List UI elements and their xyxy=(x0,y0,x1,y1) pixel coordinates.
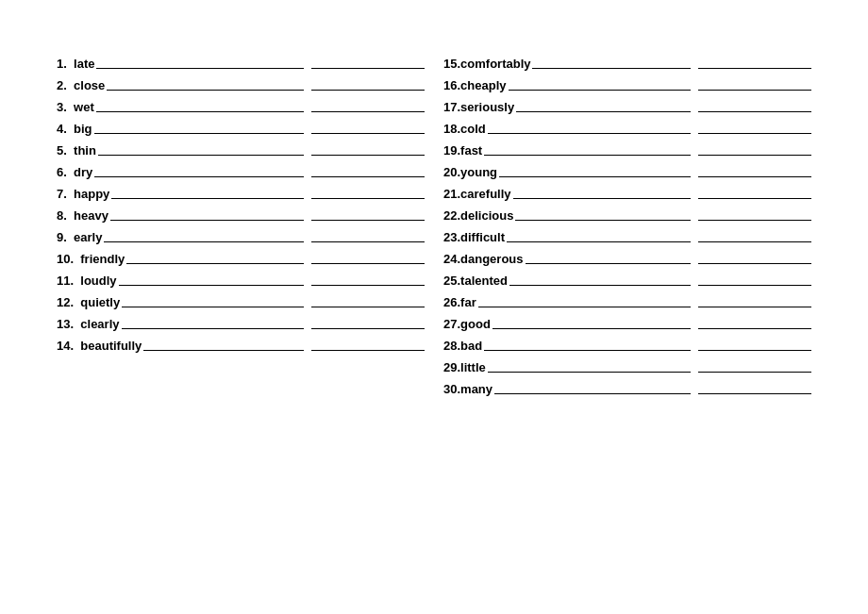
item-label: 11. loudly xyxy=(57,274,117,288)
list-item: 24.dangerous xyxy=(443,252,811,266)
answer-line-2[interactable] xyxy=(311,263,425,264)
item-label: 2. close xyxy=(57,78,105,92)
answer-line-1[interactable] xyxy=(492,328,691,329)
answer-line-1[interactable] xyxy=(119,285,304,286)
answer-line-2[interactable] xyxy=(311,133,425,134)
item-label: 9. early xyxy=(57,230,102,244)
answer-line-2[interactable] xyxy=(311,176,425,177)
answer-line-2[interactable] xyxy=(698,350,811,351)
answer-line-2[interactable] xyxy=(698,198,811,199)
answer-line-1[interactable] xyxy=(104,241,304,242)
list-item: 16.cheaply xyxy=(443,78,811,92)
item-label: 26.far xyxy=(443,295,476,309)
item-label: 7. happy xyxy=(57,187,109,201)
answer-line-2[interactable] xyxy=(698,241,811,242)
list-item: 25.talented xyxy=(443,274,811,288)
answer-line-2[interactable] xyxy=(311,155,425,156)
list-item: 4. big xyxy=(57,122,425,136)
list-item: 18.cold xyxy=(443,122,811,136)
item-label: 12. quietly xyxy=(57,295,120,309)
answer-line-2[interactable] xyxy=(311,285,425,286)
item-label: 10. friendly xyxy=(57,252,125,266)
answer-line-1[interactable] xyxy=(484,155,691,156)
answer-line-1[interactable] xyxy=(94,176,304,177)
item-label: 24.dangerous xyxy=(443,252,524,266)
answer-line-2[interactable] xyxy=(698,90,811,91)
answer-line-1[interactable] xyxy=(526,263,691,264)
answer-line-2[interactable] xyxy=(311,90,425,91)
answer-line-1[interactable] xyxy=(122,328,305,329)
answer-line-1[interactable] xyxy=(513,198,691,199)
answer-line-2[interactable] xyxy=(311,307,425,307)
item-label: 16.cheaply xyxy=(443,78,507,92)
answer-line-1[interactable] xyxy=(488,372,691,373)
list-item: 20.young xyxy=(443,165,811,179)
answer-line-1[interactable] xyxy=(515,220,691,221)
item-label: 1. late xyxy=(57,57,94,71)
item-label: 6. dry xyxy=(57,165,92,179)
answer-line-1[interactable] xyxy=(94,133,304,134)
answer-line-1[interactable] xyxy=(98,155,304,156)
answer-line-1[interactable] xyxy=(96,68,304,69)
answer-line-2[interactable] xyxy=(311,328,425,329)
answer-line-2[interactable] xyxy=(698,263,811,264)
answer-line-1[interactable] xyxy=(507,241,691,242)
answer-line-2[interactable] xyxy=(311,68,425,69)
answer-line-2[interactable] xyxy=(311,111,425,112)
answer-line-1[interactable] xyxy=(110,220,304,221)
answer-line-2[interactable] xyxy=(698,111,811,112)
list-item: 26.far xyxy=(443,295,811,309)
list-item: 28.bad xyxy=(443,339,811,353)
list-item: 3. wet xyxy=(57,100,425,114)
item-label: 22.delicious xyxy=(443,208,513,223)
answer-line-2[interactable] xyxy=(698,328,811,329)
answer-line-2[interactable] xyxy=(311,220,425,221)
item-label: 3. wet xyxy=(57,100,94,114)
answer-line-1[interactable] xyxy=(96,111,304,112)
answer-line-1[interactable] xyxy=(516,111,691,112)
answer-line-2[interactable] xyxy=(698,176,811,177)
item-label: 17.seriously xyxy=(443,100,514,114)
item-label: 19.fast xyxy=(443,143,482,158)
item-label: 28.bad xyxy=(443,339,482,353)
list-item: 29.little xyxy=(443,360,811,374)
item-label: 21.carefully xyxy=(443,187,511,201)
list-item: 7. happy xyxy=(57,187,425,201)
item-label: 4. big xyxy=(57,122,92,136)
answer-line-1[interactable] xyxy=(126,263,304,264)
answer-line-1[interactable] xyxy=(509,90,692,91)
answer-line-2[interactable] xyxy=(311,350,425,351)
answer-line-1[interactable] xyxy=(532,68,691,69)
answer-line-1[interactable] xyxy=(478,307,691,307)
list-item: 8. heavy xyxy=(57,208,425,223)
answer-line-2[interactable] xyxy=(311,198,425,199)
answer-line-1[interactable] xyxy=(509,285,691,286)
answer-line-1[interactable] xyxy=(111,198,304,199)
answer-line-2[interactable] xyxy=(698,68,811,69)
answer-line-1[interactable] xyxy=(488,133,691,134)
answer-line-1[interactable] xyxy=(494,393,691,394)
page: 1. late 2. close 3. wet 4. big 5. thin 6… xyxy=(0,0,868,614)
item-label: 15.comfortably xyxy=(443,57,530,71)
answer-line-2[interactable] xyxy=(698,285,811,286)
answer-line-1[interactable] xyxy=(499,176,691,177)
answer-line-2[interactable] xyxy=(698,220,811,221)
list-item: 2. close xyxy=(57,78,425,92)
item-label: 14. beautifully xyxy=(57,339,142,353)
answer-line-1[interactable] xyxy=(143,350,304,351)
answer-line-2[interactable] xyxy=(698,307,811,307)
answer-line-2[interactable] xyxy=(698,372,811,373)
item-label: 8. heavy xyxy=(57,208,108,223)
item-label: 18.cold xyxy=(443,122,486,136)
answer-line-2[interactable] xyxy=(698,155,811,156)
answer-line-1[interactable] xyxy=(107,90,304,91)
answer-line-1[interactable] xyxy=(122,307,304,307)
list-item: 30.many xyxy=(443,382,811,396)
answer-line-2[interactable] xyxy=(311,241,425,242)
answer-line-1[interactable] xyxy=(484,350,691,351)
list-item: 15.comfortably xyxy=(443,57,811,71)
right-column: 15.comfortably 16.cheaply 17.seriously 1… xyxy=(443,57,811,404)
answer-line-2[interactable] xyxy=(698,133,811,134)
answer-line-2[interactable] xyxy=(698,393,811,394)
list-item: 10. friendly xyxy=(57,252,425,266)
